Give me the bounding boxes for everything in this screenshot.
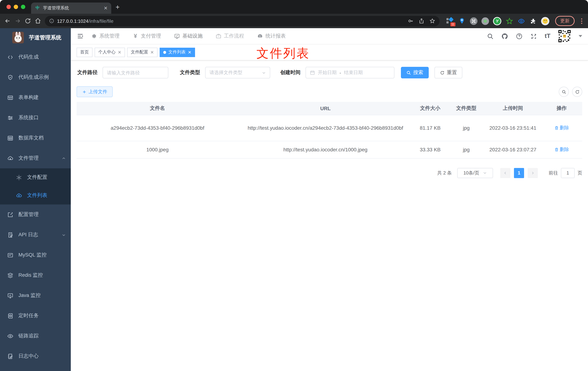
browser-tab[interactable]: 芋道管理系统 ✕ xyxy=(31,2,111,14)
sidebar-item-code-demo[interactable]: 代码生成示例 xyxy=(0,67,71,87)
filter-form: 文件路径 文件类型 请选择文件类型 创建时间 开始日期 - 结束日期 xyxy=(77,67,582,78)
fullscreen-icon[interactable] xyxy=(530,33,537,40)
cell-size: 33.33 KB xyxy=(412,141,448,158)
file-type-placeholder: 请选择文件类型 xyxy=(210,69,242,76)
tag-home[interactable]: 首页 xyxy=(77,47,93,57)
total-count: 共 2 条 xyxy=(437,170,452,176)
page-size-select[interactable]: 10条/页 xyxy=(457,168,493,178)
file-path-input[interactable] xyxy=(107,70,164,75)
extension-command-icon[interactable] xyxy=(470,17,477,25)
extension-emoji-icon[interactable] xyxy=(541,17,549,25)
table-toolbar: 上传文件 xyxy=(77,86,582,97)
sidebar-item-file-config[interactable]: 文件配置 xyxy=(0,168,71,186)
bookmark-star-icon[interactable] xyxy=(430,18,435,24)
extension-eye-icon[interactable] xyxy=(517,17,525,25)
end-date-placeholder[interactable]: 结束日期 xyxy=(344,69,363,76)
date-range-picker[interactable]: 开始日期 - 结束日期 xyxy=(305,67,394,78)
sidebar-item-tracing[interactable]: 链路追踪 xyxy=(0,326,71,346)
home-icon[interactable] xyxy=(35,18,41,24)
zoom-window-button[interactable] xyxy=(21,5,25,9)
nav-statistics[interactable]: 统计报表 xyxy=(257,33,286,39)
form-table-icon xyxy=(7,95,13,101)
sidebar-item-form-builder[interactable]: 表单构建 xyxy=(0,87,71,108)
tab-close-icon[interactable]: ✕ xyxy=(104,5,108,11)
search-button[interactable]: 搜索 xyxy=(401,67,429,78)
delete-link[interactable]: 删除 xyxy=(554,125,569,131)
extension-pin-icon[interactable] xyxy=(458,17,466,25)
extension-puzzle-icon[interactable] xyxy=(529,17,537,25)
browser-titlebar: 芋道管理系统 ✕ + xyxy=(0,0,588,14)
tag-file-list[interactable]: 文件列表✕ xyxy=(160,47,195,57)
tag-close-icon[interactable]: ✕ xyxy=(118,50,121,55)
sidebar-item-label: 链路追踪 xyxy=(18,333,39,339)
minimize-window-button[interactable] xyxy=(14,5,18,9)
sidebar-item-file-management[interactable]: 文件管理 xyxy=(0,148,71,168)
github-icon[interactable] xyxy=(501,33,508,40)
toggle-search-button[interactable] xyxy=(559,87,569,97)
current-page-button[interactable]: 1 xyxy=(514,168,524,178)
share-icon[interactable] xyxy=(419,18,424,24)
prev-page-button[interactable] xyxy=(500,168,510,178)
help-icon[interactable] xyxy=(516,33,523,40)
sidebar-item-code-gen[interactable]: 代码生成 xyxy=(0,47,71,67)
sidebar-item-system-api[interactable]: 系统接口 xyxy=(0,108,71,128)
cell-filename: a294ecb2-73dd-4353-bf40-296b8931d0bf xyxy=(77,115,238,141)
sidebar-item-db-doc[interactable]: 数据库文档 xyxy=(0,128,71,148)
back-icon[interactable] xyxy=(4,18,11,24)
tag-profile[interactable]: 个人中心✕ xyxy=(95,47,125,57)
site-info-icon[interactable] xyxy=(49,18,54,23)
sidebar-item-scheduled-tasks[interactable]: 定时任务 xyxy=(0,306,71,326)
table-row: a294ecb2-73dd-4353-bf40-296b8931d0bf htt… xyxy=(77,115,582,141)
nav-workflow[interactable]: 工作流程 xyxy=(216,33,244,39)
forward-icon[interactable] xyxy=(14,18,21,24)
password-key-icon[interactable] xyxy=(408,18,414,24)
collapse-sidebar-icon[interactable] xyxy=(77,32,84,40)
sidebar-item-java-monitor[interactable]: Java 监控 xyxy=(0,285,71,306)
tag-close-icon[interactable]: ✕ xyxy=(188,50,191,55)
pagination: 共 2 条 10条/页 1 前往 页 xyxy=(77,168,582,178)
new-tab-button[interactable]: + xyxy=(116,3,120,11)
delete-link[interactable]: 删除 xyxy=(554,146,569,153)
sidebar-item-file-list[interactable]: 文件列表 xyxy=(0,186,71,204)
sidebar-logo[interactable]: 芋道管理系统 xyxy=(0,28,71,47)
window-controls[interactable] xyxy=(7,5,25,9)
extension-y-icon[interactable]: Y xyxy=(493,17,501,25)
url-text[interactable]: 127.0.0.1:1024/infra/file/file xyxy=(57,18,113,24)
tag-close-icon[interactable]: ✕ xyxy=(150,50,154,55)
url-bar[interactable]: 127.0.0.1:1024/infra/file/file xyxy=(45,16,440,26)
calendar-icon xyxy=(310,70,315,75)
tags-bar: 首页 个人中心✕ 文件配置✕ 文件列表✕ 文件列表 xyxy=(71,44,588,60)
next-page-button[interactable] xyxy=(528,168,538,178)
goto-page-input[interactable] xyxy=(561,168,575,178)
close-window-button[interactable] xyxy=(7,5,11,9)
tag-file-config[interactable]: 文件配置✕ xyxy=(127,47,158,57)
refresh-table-button[interactable] xyxy=(572,87,582,97)
sidebar-item-redis-monitor[interactable]: Redis 监控 xyxy=(0,265,71,285)
monitor-check-icon xyxy=(174,33,180,39)
file-type-select[interactable]: 请选择文件类型 xyxy=(205,67,270,78)
start-date-placeholder[interactable]: 开始日期 xyxy=(318,69,337,76)
reset-button[interactable]: 重置 xyxy=(434,67,462,78)
nav-payment-management[interactable]: ¥ 支付管理 xyxy=(133,33,161,39)
browser-update-button[interactable]: 更新 xyxy=(555,16,575,26)
page-content: 文件路径 文件类型 请选择文件类型 创建时间 开始日期 - 结束日期 xyxy=(71,60,588,371)
upload-file-button[interactable]: 上传文件 xyxy=(77,86,113,97)
monitor-icon xyxy=(7,292,13,298)
extension-star-icon[interactable] xyxy=(505,17,513,25)
nav-system-management[interactable]: 系统管理 xyxy=(91,33,120,39)
sidebar-item-log-center[interactable]: 日志中心 xyxy=(0,346,71,366)
avatar-caret-icon[interactable] xyxy=(579,35,582,37)
extension-green-dot-icon[interactable] xyxy=(482,17,489,25)
text-size-icon[interactable]: tT xyxy=(545,32,550,40)
sidebar-item-api-log[interactable]: API 日志 xyxy=(0,225,71,245)
file-path-label: 文件路径 xyxy=(77,69,97,76)
browser-menu-icon[interactable] xyxy=(581,18,582,24)
extension-badge-icon[interactable]: 11 xyxy=(446,17,454,25)
active-tag-dot xyxy=(163,51,166,54)
reload-icon[interactable] xyxy=(25,18,31,24)
avatar-qr[interactable] xyxy=(558,30,571,43)
sidebar-item-config-management[interactable]: 配置管理 xyxy=(0,204,71,225)
nav-infrastructure[interactable]: 基础设施 xyxy=(174,33,203,39)
sidebar-item-mysql-monitor[interactable]: MySQL 监控 xyxy=(0,245,71,265)
search-icon[interactable] xyxy=(487,33,494,40)
